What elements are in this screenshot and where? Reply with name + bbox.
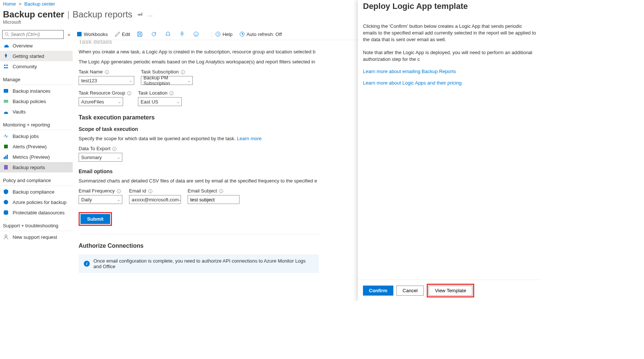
panel-footer: Confirm Cancel View Template	[358, 280, 541, 301]
sidebar-item-community[interactable]: Community	[0, 61, 73, 72]
learn-more-logic-apps-link[interactable]: Learn more about Logic Apps and their pr…	[363, 80, 462, 86]
smile-icon	[193, 31, 199, 37]
instance-icon	[3, 88, 9, 94]
workbooks-button[interactable]: Workbooks	[76, 31, 108, 37]
sidebar-item-label: Protectable datasources	[13, 210, 65, 215]
sidebar-item-backup-reports[interactable]: Backup reports	[0, 162, 73, 172]
more-icon[interactable]: …	[148, 12, 153, 17]
sidebar-item-label: Vaults	[13, 109, 26, 115]
learn-more-link[interactable]: Learn more	[237, 136, 261, 141]
task-name-dropdown[interactable]: test123⌵	[79, 76, 134, 85]
svg-point-15	[194, 32, 198, 36]
sidebar-item-label: Getting started	[13, 53, 44, 59]
task-location-label: Task Location i	[138, 90, 182, 96]
cloud-icon	[3, 43, 9, 49]
sidebar-item-backup-instances[interactable]: Backup instances	[0, 86, 73, 96]
authorize-heading: Authorize Connections	[79, 243, 319, 249]
workbook-icon	[76, 31, 82, 37]
task-subscription-label: Task Subscription i	[141, 69, 193, 75]
feedback-button[interactable]	[193, 31, 201, 37]
task-rg-dropdown[interactable]: AzureFiles⌵	[79, 97, 123, 106]
sidebar-item-metrics[interactable]: Metrics (Preview)	[0, 152, 73, 162]
svg-rect-4	[4, 89, 8, 93]
sidebar-item-protectable[interactable]: Protectable datasources	[0, 207, 73, 218]
sidebar-item-label: Metrics (Preview)	[13, 154, 50, 160]
info-icon[interactable]: i	[219, 189, 223, 193]
submit-button[interactable]: Submit	[80, 214, 110, 224]
sidebar-item-backup-compliance[interactable]: Backup compliance	[0, 187, 73, 197]
info-icon[interactable]: i	[127, 91, 131, 95]
sidebar-item-new-support[interactable]: New support request	[0, 232, 73, 242]
svg-rect-8	[5, 156, 6, 159]
svg-text:?: ?	[217, 33, 219, 36]
help-button[interactable]: ? Help	[215, 31, 232, 37]
task-location-dropdown[interactable]: East US⌵	[138, 97, 182, 106]
data-export-dropdown[interactable]: Summary⌵	[79, 153, 122, 162]
azure-policy-icon	[3, 199, 9, 205]
info-icon[interactable]: i	[117, 189, 121, 193]
svg-rect-6	[4, 145, 8, 148]
sidebar-item-vaults[interactable]: Vaults	[0, 106, 73, 117]
confirm-button[interactable]: Confirm	[363, 286, 393, 296]
svg-rect-5	[4, 100, 8, 103]
email-id-dropdown[interactable]: axxxx@microsoft.com⌵	[129, 195, 181, 204]
email-frequency-dropdown[interactable]: Daily⌵	[79, 195, 122, 204]
info-icon[interactable]: i	[148, 189, 152, 193]
sidebar-item-label: Backup jobs	[13, 134, 39, 139]
info-icon[interactable]: i	[112, 147, 116, 151]
info-icon[interactable]: i	[181, 70, 185, 74]
metrics-icon	[3, 154, 9, 160]
sidebar-section-manage: Manage	[0, 72, 73, 85]
view-template-highlight: View Template	[427, 284, 474, 297]
alert-icon	[3, 144, 9, 149]
panel-text-1: Clicking the 'Confirm' button below crea…	[363, 23, 536, 43]
sidebar-item-getting-started[interactable]: Getting started	[0, 51, 73, 61]
task-subscription-dropdown[interactable]: Backup PM Subscription⌵	[141, 76, 193, 85]
sidebar-section-policy: Policy and compliance	[0, 172, 73, 186]
jobs-icon	[3, 133, 9, 139]
svg-rect-7	[4, 157, 5, 159]
breadcrumb-backup-center[interactable]: Backup center	[24, 1, 55, 7]
collapse-sidebar-icon[interactable]: «	[67, 32, 70, 37]
task-rg-label: Task Resource Group i	[79, 90, 131, 96]
pin-button[interactable]	[179, 31, 186, 37]
support-icon	[3, 234, 9, 240]
rocket-icon	[3, 53, 9, 59]
sidebar-item-label: Community	[13, 64, 37, 69]
sidebar-item-overview[interactable]: Overview	[0, 40, 73, 51]
submit-highlight: Submit	[79, 212, 112, 226]
search-icon	[5, 32, 9, 37]
help-icon: ?	[215, 31, 221, 37]
people-icon	[3, 63, 9, 69]
notify-button[interactable]	[165, 31, 172, 37]
email-subject-label: Email Subject i	[188, 188, 240, 194]
search-input[interactable]	[2, 30, 64, 39]
report-icon	[3, 164, 9, 170]
chevron-down-icon: ⌵	[118, 155, 120, 159]
chevron-right-icon: >	[19, 1, 22, 7]
sidebar-item-alerts[interactable]: Alerts (Preview)	[0, 141, 73, 152]
pin-icon[interactable]	[138, 11, 143, 18]
info-icon[interactable]: i	[169, 91, 174, 95]
email-id-label: Email id i	[129, 188, 181, 194]
sidebar-section-support: Support + troubleshooting	[0, 218, 73, 231]
chevron-down-icon: ⌵	[179, 198, 181, 202]
info-banner: i Once email configuration is complete, …	[79, 254, 319, 273]
refresh-button[interactable]	[151, 31, 158, 37]
save-button[interactable]	[137, 31, 144, 37]
email-subject-input[interactable]	[188, 195, 240, 204]
sidebar-item-azure-policies[interactable]: Azure policies for backup	[0, 197, 73, 207]
intro-text-2: The Logic App generates periodic emails …	[79, 59, 319, 65]
sidebar-item-backup-jobs[interactable]: Backup jobs	[0, 131, 73, 141]
cancel-button[interactable]: Cancel	[396, 286, 424, 296]
edit-button[interactable]: Edit	[115, 31, 130, 37]
learn-more-backup-reports-link[interactable]: Learn more about emailing Backup Reports	[363, 69, 456, 74]
pencil-icon	[115, 31, 120, 37]
sidebar-item-backup-policies[interactable]: Backup policies	[0, 96, 73, 106]
chevron-down-icon: ⌵	[129, 79, 132, 83]
view-template-button[interactable]: View Template	[429, 286, 472, 296]
breadcrumb-home[interactable]: Home	[3, 1, 16, 7]
info-icon[interactable]: i	[105, 70, 109, 74]
scope-heading: Scope of task execution	[79, 126, 319, 132]
auto-refresh-button[interactable]: Auto refresh: Off	[239, 31, 282, 37]
